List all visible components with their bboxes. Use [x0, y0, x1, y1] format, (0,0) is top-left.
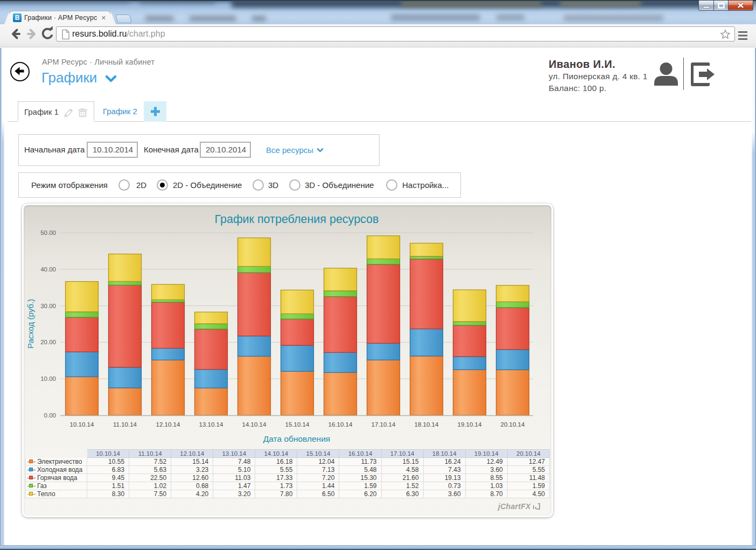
svg-text:Дата обновления: Дата обновления [263, 434, 330, 443]
svg-text:Расход (руб.): Расход (руб.) [26, 299, 35, 349]
svg-text:20.10.14: 20.10.14 [501, 421, 525, 428]
svg-text:19.10.14: 19.10.14 [458, 421, 482, 428]
svg-text:0.00: 0.00 [44, 412, 56, 419]
svg-text:13.10.14: 13.10.14 [199, 421, 223, 428]
svg-text:30.00: 30.00 [40, 303, 56, 309]
svg-text:10.00: 10.00 [40, 375, 56, 382]
svg-text:20.00: 20.00 [40, 339, 56, 345]
svg-text:График потребления ресурсов: График потребления ресурсов [215, 213, 379, 226]
svg-text:12.10.14: 12.10.14 [156, 421, 180, 428]
svg-text:16.10.14: 16.10.14 [328, 421, 353, 428]
svg-text:50.00: 50.00 [40, 229, 56, 236]
svg-text:18.10.14: 18.10.14 [415, 421, 439, 428]
svg-text:17.10.14: 17.10.14 [372, 421, 396, 428]
svg-text:10.10.14: 10.10.14 [70, 421, 94, 428]
svg-text:11.10.14: 11.10.14 [113, 421, 137, 428]
svg-text:15.10.14: 15.10.14 [285, 421, 310, 428]
svg-text:14.10.14: 14.10.14 [242, 421, 267, 428]
svg-text:40.00: 40.00 [40, 266, 56, 273]
